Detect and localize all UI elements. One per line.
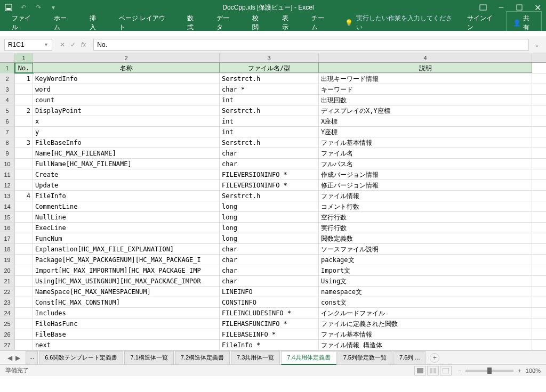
sheet-tab[interactable]: 7.6列 ... [394,351,426,365]
cell[interactable]: Create [33,169,220,179]
share-button[interactable]: 👤 共有 [506,11,542,35]
row-header[interactable]: 26 [0,329,15,339]
row-header[interactable]: 6 [0,116,15,126]
cell[interactable]: 1 [15,74,33,84]
cell[interactable]: FileBase [33,329,220,339]
tab-team[interactable]: チーム [304,11,338,35]
cell[interactable]: word [33,84,220,94]
cell[interactable]: count [33,95,220,105]
cell[interactable]: FullName[HC_MAX_FILENAME] [33,159,220,169]
cell[interactable]: 出現回数 [319,95,532,105]
tab-data[interactable]: データ [209,11,243,35]
cell[interactable]: FILEINCLUDESINFO * [220,308,319,318]
cell[interactable]: 作成バージョン情報 [319,169,532,179]
cell[interactable]: Using文 [319,276,532,286]
minimize-icon[interactable]: ─ [497,3,505,12]
cell[interactable]: DisplayPoint [33,105,220,116]
cell[interactable] [15,329,33,339]
cell[interactable]: インクルードファイル [319,308,532,318]
col-header-3[interactable]: 3 [220,53,319,62]
cell[interactable]: int [220,127,319,137]
row-header[interactable]: 27 [0,340,15,350]
cell[interactable] [15,180,33,190]
tab-insert[interactable]: 挿入 [82,11,109,35]
cell[interactable]: Serstrct.h [220,137,319,148]
cell[interactable]: Import文 [319,265,532,275]
cell[interactable]: 修正バージョン情報 [319,180,532,190]
cell[interactable]: int [220,116,319,126]
row-header[interactable]: 21 [0,276,15,286]
cell[interactable]: コメント行数 [319,201,532,211]
tab-home[interactable]: ホーム [46,11,80,35]
cell[interactable]: LINEINFO [220,287,319,297]
cell[interactable] [15,244,33,254]
cell[interactable]: ファイル基本情報 [319,137,532,148]
signin-link[interactable]: サインイン [463,12,502,34]
sheet-tab[interactable]: 7.1構造体一覧 [124,351,173,365]
save-icon[interactable] [4,3,13,12]
cell[interactable]: NameSpace[HC_MAX_NAMESPACENUM] [33,287,220,297]
row-header[interactable]: 10 [0,159,15,169]
cell[interactable]: FileInfo [33,191,220,201]
cell[interactable]: FILEBASEINFO * [220,329,319,339]
row-header[interactable]: 12 [0,180,15,190]
data-rows[interactable]: 1No.名称ファイル名/型説明21KeyWordInfoSerstrct.h出現… [0,63,546,350]
sheet-tab[interactable]: 7.2構造体定義書 [175,351,230,365]
cell[interactable]: package文 [319,255,532,265]
cell[interactable]: char [220,159,319,169]
cell[interactable]: FileInfo * [220,340,319,350]
row-header[interactable]: 18 [0,244,15,254]
row-header[interactable]: 24 [0,308,15,318]
cell[interactable]: CONSTINFO [220,297,319,307]
cell[interactable] [15,148,33,158]
cell[interactable]: ファイルに定義された関数 [319,318,532,329]
cell[interactable]: Const[HC_MAX_CONSTNUM] [33,297,220,307]
cell[interactable]: No. [15,63,33,73]
cell[interactable]: ソースファイル説明 [319,244,532,254]
view-normal-button[interactable] [414,366,426,375]
cell[interactable]: x [33,116,220,126]
cell[interactable] [15,297,33,307]
name-box[interactable]: R1C1 ▼ [4,39,52,51]
chevron-down-icon[interactable]: ▼ [44,42,49,47]
cell[interactable]: フルパス名 [319,159,532,169]
zoom-out-button[interactable]: − [458,368,461,374]
cell[interactable]: Serstrct.h [220,191,319,201]
cell[interactable]: FileHasFunc [33,318,220,329]
cell[interactable]: FILEHASFUNCINFO * [220,318,319,329]
cell[interactable]: Serstrct.h [220,74,319,84]
cell[interactable] [15,255,33,265]
qat-dropdown-icon[interactable]: ▾ [49,3,58,12]
cell[interactable]: NullLine [33,212,220,222]
maximize-icon[interactable] [515,3,524,12]
cell[interactable]: FuncNum [33,233,220,243]
row-header[interactable]: 23 [0,297,15,307]
cell[interactable] [15,169,33,179]
sheet-tab[interactable]: 7.3共用体一覧 [231,351,280,365]
row-header[interactable]: 25 [0,318,15,329]
cell[interactable]: char [220,244,319,254]
cell[interactable]: 空行行数 [319,212,532,222]
cell[interactable] [15,318,33,329]
cell[interactable] [15,340,33,350]
cancel-icon[interactable]: ✕ [60,41,65,48]
cell[interactable]: char [220,276,319,286]
cell[interactable]: Import[HC_MAX_IMPORTNUM][HC_MAX_PACKAGE_… [33,265,220,275]
cell[interactable]: 関数定義数 [319,233,532,243]
cell[interactable]: 3 [15,137,33,148]
cell[interactable]: y [33,127,220,137]
sheet-tab[interactable]: 7.5列挙定数一覧 [338,351,392,365]
cell[interactable]: int [220,95,319,105]
cell[interactable]: Serstrct.h [220,105,319,116]
tab-formulas[interactable]: 数式 [180,11,207,35]
row-header[interactable]: 20 [0,265,15,275]
fx-icon[interactable]: fx [81,41,86,48]
cell[interactable]: ディスプレイのX,Y座標 [319,105,532,116]
cell[interactable]: Y座標 [319,127,532,137]
sheet-nav-prev-icon[interactable]: ◀ [7,354,12,362]
cell[interactable]: char * [220,84,319,94]
cell[interactable]: ファイル情報 構造体 [319,340,532,350]
cell[interactable] [15,201,33,211]
cell[interactable]: ExecLine [33,223,220,233]
cell[interactable] [15,276,33,286]
